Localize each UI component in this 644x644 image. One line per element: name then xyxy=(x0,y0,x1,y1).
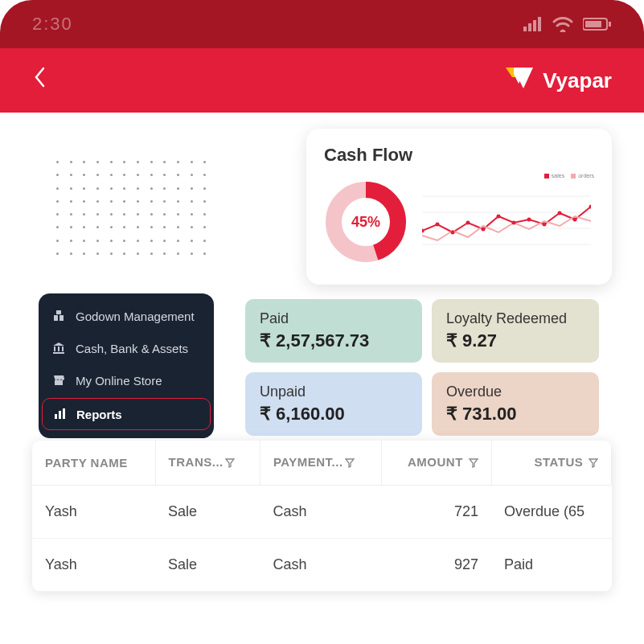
filter-icon[interactable] xyxy=(589,457,598,470)
table-row[interactable]: Yash Sale Cash 721 Overdue (65 xyxy=(32,485,612,538)
line-chart: sales orders xyxy=(422,184,594,260)
sidebar-item-store[interactable]: My Online Store xyxy=(39,364,214,396)
store-icon xyxy=(51,373,66,388)
svg-rect-32 xyxy=(53,352,64,354)
svg-rect-35 xyxy=(59,411,61,419)
svg-rect-30 xyxy=(58,347,59,351)
cell-party: Yash xyxy=(32,538,155,591)
stat-label: Loyalty Redeemed xyxy=(446,310,585,327)
svg-rect-2 xyxy=(533,20,536,31)
brand-name: Vyapar xyxy=(543,68,612,93)
svg-rect-27 xyxy=(59,315,64,321)
reports-icon xyxy=(52,407,67,421)
transactions-table: PARTY NAME TRANS... PAYMENT... AMOUNT ST… xyxy=(32,441,612,592)
battery-icon xyxy=(583,17,612,31)
stat-card-overdue[interactable]: Overdue ₹ 731.00 xyxy=(432,372,599,436)
sidebar-item-label: Godown Management xyxy=(76,310,195,323)
main-content: Cash Flow 45% sales orders xyxy=(0,113,644,161)
svg-rect-28 xyxy=(56,310,61,314)
stat-card-unpaid[interactable]: Unpaid ₹ 6,160.00 xyxy=(245,372,422,436)
col-party[interactable]: PARTY NAME xyxy=(32,441,155,485)
svg-point-18 xyxy=(482,228,486,232)
app-header: Vyapar xyxy=(0,48,644,113)
svg-rect-3 xyxy=(538,17,541,31)
brand-logo: Vyapar xyxy=(502,64,612,97)
stat-label: Paid xyxy=(260,310,408,327)
cell-party: Yash xyxy=(32,485,155,538)
cell-trans: Sale xyxy=(155,538,260,591)
filter-icon[interactable] xyxy=(469,457,478,470)
cell-status: Paid xyxy=(491,538,611,591)
svg-rect-33 xyxy=(55,380,63,385)
donut-center-label: 45% xyxy=(351,214,380,231)
stat-label: Overdue xyxy=(446,384,585,400)
bank-icon xyxy=(51,341,66,355)
svg-point-15 xyxy=(436,223,440,227)
svg-rect-26 xyxy=(54,315,58,321)
svg-point-24 xyxy=(573,218,577,222)
signal-icon xyxy=(523,17,543,31)
stat-value: ₹ 731.00 xyxy=(446,404,585,425)
status-icons xyxy=(523,16,612,32)
svg-rect-5 xyxy=(585,21,601,27)
col-trans[interactable]: TRANS... xyxy=(155,441,260,485)
stats-grid: Paid ₹ 2,57,567.73 Loyalty Redeemed ₹ 9.… xyxy=(245,299,599,436)
sidebar-item-cash-bank[interactable]: Cash, Bank & Assets xyxy=(39,332,214,364)
svg-point-22 xyxy=(543,223,547,227)
wifi-icon xyxy=(552,16,573,32)
cell-payment: Cash xyxy=(260,485,381,538)
cell-amount: 927 xyxy=(382,538,491,591)
back-button[interactable] xyxy=(32,65,47,96)
cash-flow-title: Cash Flow xyxy=(324,145,594,166)
svg-point-23 xyxy=(558,211,562,215)
svg-rect-29 xyxy=(54,347,55,351)
svg-point-21 xyxy=(527,218,531,222)
svg-rect-31 xyxy=(62,347,64,351)
sidebar-menu: Godown Management Cash, Bank & Assets My… xyxy=(39,293,214,438)
col-payment[interactable]: PAYMENT... xyxy=(260,441,381,485)
sidebar-item-label: Reports xyxy=(76,408,122,421)
col-amount[interactable]: AMOUNT xyxy=(382,441,491,485)
svg-rect-6 xyxy=(609,22,611,27)
svg-rect-1 xyxy=(528,23,531,31)
sidebar-item-label: Cash, Bank & Assets xyxy=(76,342,188,355)
svg-point-17 xyxy=(466,221,470,225)
svg-point-19 xyxy=(497,215,501,219)
cell-trans: Sale xyxy=(155,485,260,538)
svg-point-16 xyxy=(451,231,455,235)
table-row[interactable]: Yash Sale Cash 927 Paid xyxy=(32,538,612,591)
cell-amount: 721 xyxy=(382,485,491,538)
svg-rect-0 xyxy=(523,27,527,31)
stat-card-paid[interactable]: Paid ₹ 2,57,567.73 xyxy=(245,299,422,363)
vyapar-logo-icon xyxy=(502,64,535,97)
stat-value: ₹ 9.27 xyxy=(446,330,585,351)
status-bar: 2:30 xyxy=(0,0,644,48)
filter-icon[interactable] xyxy=(345,457,355,470)
sidebar-item-label: My Online Store xyxy=(76,374,162,388)
decorative-dots xyxy=(56,161,217,265)
sidebar-item-reports[interactable]: Reports xyxy=(42,398,211,430)
stat-value: ₹ 2,57,567.73 xyxy=(260,330,408,351)
stat-label: Unpaid xyxy=(260,384,408,400)
stat-card-loyalty[interactable]: Loyalty Redeemed ₹ 9.27 xyxy=(432,299,599,363)
filter-icon[interactable] xyxy=(225,457,235,470)
sidebar-item-godown[interactable]: Godown Management xyxy=(39,300,214,332)
status-time: 2:30 xyxy=(32,14,73,35)
chevron-left-icon xyxy=(32,65,47,89)
stat-value: ₹ 6,160.00 xyxy=(260,404,408,425)
col-status[interactable]: STATUS xyxy=(491,441,611,485)
svg-point-20 xyxy=(512,221,516,225)
cell-status: Overdue (65 xyxy=(491,485,611,538)
cash-flow-card: Cash Flow 45% sales orders xyxy=(306,129,612,285)
godown-icon xyxy=(51,309,66,323)
cell-payment: Cash xyxy=(260,538,381,591)
svg-rect-34 xyxy=(55,414,57,419)
donut-chart: 45% xyxy=(324,180,408,264)
svg-rect-36 xyxy=(63,408,65,419)
